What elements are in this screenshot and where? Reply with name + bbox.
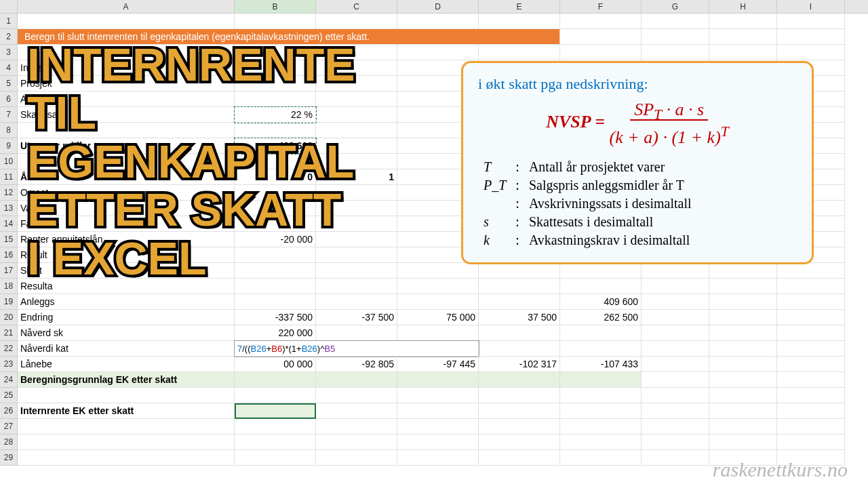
col-H[interactable]: H bbox=[709, 0, 777, 13]
row-2[interactable]: 2 bbox=[0, 29, 18, 45]
infobox-heading: i økt skatt pga nedskrivning: bbox=[478, 75, 797, 93]
row-1[interactable]: 1 bbox=[0, 14, 18, 29]
col-B[interactable]: B bbox=[235, 0, 316, 13]
col-A[interactable]: A bbox=[18, 0, 235, 13]
select-all-corner[interactable] bbox=[0, 0, 18, 13]
cell-B22-editing[interactable]: 7/((B26+B6)*(1+B26)^B5 bbox=[235, 341, 479, 357]
col-I[interactable]: I bbox=[777, 0, 845, 13]
cell-B26-selected[interactable] bbox=[235, 403, 316, 419]
infobox-definitions: T:Antall år prosjektet varer P_T:Salgspr… bbox=[478, 157, 697, 250]
col-G[interactable]: G bbox=[642, 0, 709, 13]
col-C[interactable]: C bbox=[316, 0, 397, 13]
col-D[interactable]: D bbox=[397, 0, 479, 13]
formula-info-box: i økt skatt pga nedskrivning: NVSP = SPT… bbox=[461, 61, 814, 264]
video-title-overlay: INTERNRENTE TIL EGENKAPITAL ETTER SKATT … bbox=[27, 41, 355, 283]
column-headers: A B C D E F G H I bbox=[0, 0, 868, 14]
col-E[interactable]: E bbox=[479, 0, 560, 13]
watermark: raskenettkurs.no bbox=[713, 458, 848, 481]
col-F[interactable]: F bbox=[560, 0, 642, 13]
infobox-equation: NVSP = SPT · a · s(k + a) · (1 + k)T bbox=[478, 100, 797, 148]
